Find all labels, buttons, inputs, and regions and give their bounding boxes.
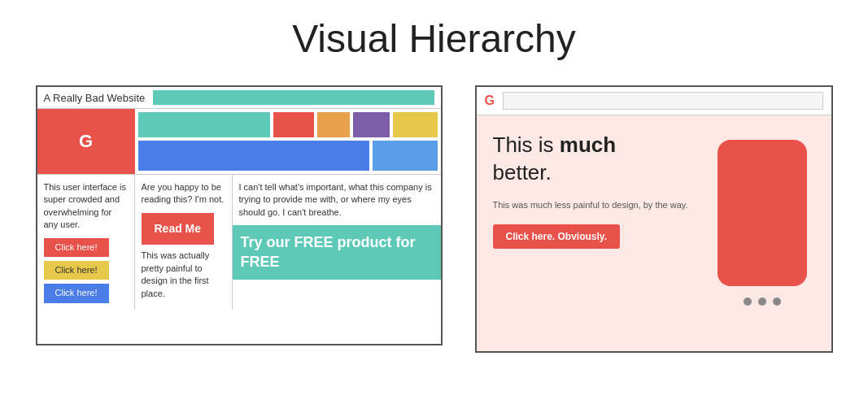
bad-top-row: G xyxy=(37,109,441,174)
nav-block-blue-narrow xyxy=(373,141,438,171)
bad-col1-text: This user interface is super crowded and… xyxy=(44,182,126,229)
good-subtext: This was much less painful to design, by… xyxy=(493,198,693,212)
bad-col3-promo: Try our FREE product for FREE xyxy=(233,225,441,280)
good-header: G xyxy=(477,87,831,115)
headline-plain: This is xyxy=(493,132,560,157)
phone-mockup xyxy=(718,140,807,286)
good-right-content xyxy=(709,132,815,335)
nav-block-purple xyxy=(353,112,390,137)
phone-dots xyxy=(744,298,781,306)
click-here-btn-2[interactable]: Click here! xyxy=(44,261,109,280)
page-title: Visual Hierarchy xyxy=(292,16,576,61)
bad-col2-sub-text: This was actually pretty painful to desi… xyxy=(142,250,225,300)
bad-nav-top xyxy=(138,112,438,137)
read-me-button[interactable]: Read Me xyxy=(142,213,215,245)
bad-col3: I can't tell what's important, what this… xyxy=(233,175,441,310)
bad-content-row: This user interface is super crowded and… xyxy=(37,174,441,310)
good-body: This is much better. This was much less … xyxy=(477,115,831,351)
bad-col1: This user interface is super crowded and… xyxy=(37,175,135,310)
nav-block-teal xyxy=(138,112,270,137)
good-left-content: This is much better. This was much less … xyxy=(493,132,693,335)
headline-bold: much xyxy=(560,132,616,157)
nav-block-blue-wide xyxy=(138,141,369,171)
good-search-bar[interactable] xyxy=(503,92,823,110)
click-here-btn-3[interactable]: Click here! xyxy=(44,284,109,302)
dot-2 xyxy=(758,298,766,306)
good-logo-icon: G xyxy=(485,93,495,108)
bad-col3-top: I can't tell what's important, what this… xyxy=(233,175,441,225)
bad-col2: Are you happy to be reading this? I'm no… xyxy=(135,175,233,310)
dot-1 xyxy=(744,298,752,306)
nav-block-yellow xyxy=(393,112,438,137)
bad-header-title: A Really Bad Website xyxy=(44,92,146,104)
bad-website-panel: A Really Bad Website G xyxy=(36,85,443,345)
click-here-btn-1[interactable]: Click here! xyxy=(44,238,109,257)
good-website-panel: G This is much better. This was much les… xyxy=(475,85,833,353)
bad-header: A Really Bad Website xyxy=(37,87,441,109)
good-cta-button[interactable]: Click here. Obviously. xyxy=(493,224,621,249)
headline-rest: better. xyxy=(493,160,552,185)
nav-block-orange xyxy=(273,112,314,137)
bad-nav-bottom xyxy=(138,141,438,171)
nav-block-orange2 xyxy=(317,112,350,137)
bad-logo-block: G xyxy=(37,109,135,174)
dot-3 xyxy=(773,298,781,306)
bad-header-bar xyxy=(153,90,434,105)
bad-nav-area xyxy=(135,109,441,174)
bad-col2-text: Are you happy to be reading this? I'm no… xyxy=(142,182,225,204)
bad-col3-text: I can't tell what's important, what this… xyxy=(239,182,432,217)
panels-container: A Really Bad Website G xyxy=(16,85,852,353)
bad-logo-icon: G xyxy=(79,131,93,152)
bad-col1-buttons: Click here! Click here! Click here! xyxy=(44,238,128,303)
good-headline: This is much better. xyxy=(493,132,693,187)
